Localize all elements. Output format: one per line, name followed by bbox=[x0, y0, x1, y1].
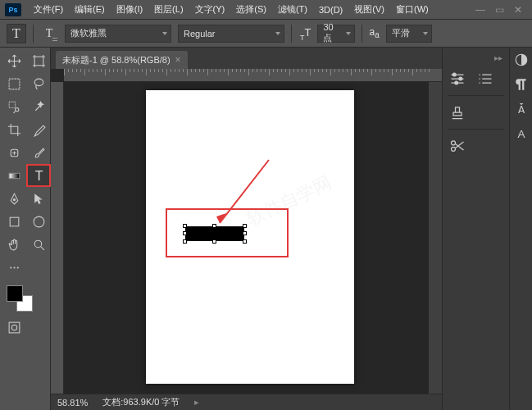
edit-toolbar[interactable] bbox=[2, 257, 25, 278]
svg-text:A: A bbox=[517, 128, 525, 140]
vertical-ruler[interactable] bbox=[51, 82, 64, 394]
healingbrush-tool[interactable] bbox=[2, 142, 25, 163]
quickselect-tool[interactable] bbox=[2, 96, 25, 117]
eyedropper-tool[interactable] bbox=[27, 119, 50, 140]
svg-point-2 bbox=[34, 79, 43, 86]
horizontal-ruler[interactable] bbox=[64, 69, 442, 82]
hand-tool[interactable] bbox=[2, 234, 25, 255]
shape-tool[interactable] bbox=[2, 211, 25, 232]
gradient-tool[interactable] bbox=[2, 165, 25, 186]
resize-handle[interactable] bbox=[183, 224, 187, 228]
resize-handle[interactable] bbox=[212, 224, 216, 228]
svg-point-16 bbox=[11, 325, 16, 330]
artboard-tool[interactable] bbox=[27, 50, 50, 71]
menu-image[interactable]: 图像(I) bbox=[111, 3, 148, 16]
font-size-icon: TT bbox=[300, 26, 311, 41]
marquee-tool[interactable] bbox=[2, 73, 25, 94]
list-icon[interactable] bbox=[477, 71, 493, 87]
menu-view[interactable]: 视图(V) bbox=[348, 3, 390, 16]
svg-point-12 bbox=[10, 266, 11, 268]
options-bar: T T 微软雅黑 Regular TT 30 点 aa 平滑 bbox=[0, 20, 532, 48]
paragraph-icon[interactable] bbox=[514, 77, 529, 92]
magicwand-tool[interactable] bbox=[27, 96, 50, 117]
svg-rect-3 bbox=[9, 102, 15, 107]
tool-preset-icon[interactable]: T bbox=[7, 24, 26, 43]
font-size-select[interactable]: 30 点 bbox=[317, 25, 355, 43]
stamp-icon[interactable] bbox=[449, 104, 466, 121]
resize-handle[interactable] bbox=[243, 224, 247, 228]
status-bar: 58.81% 文档:963.9K/0 字节 ▸ bbox=[51, 394, 442, 410]
editor-area: 未标题-1 @ 58.8%(RGB/8) × 软件自学网 bbox=[51, 48, 442, 410]
quickmask-tool[interactable] bbox=[2, 317, 25, 338]
svg-rect-15 bbox=[9, 322, 20, 333]
doc-size-info[interactable]: 文档:963.9K/0 字节 bbox=[102, 396, 180, 408]
svg-rect-1 bbox=[9, 79, 20, 89]
pen-tool[interactable] bbox=[2, 188, 25, 209]
svg-point-11 bbox=[34, 240, 42, 248]
pathselect-tool[interactable] bbox=[27, 188, 50, 209]
svg-rect-0 bbox=[34, 57, 43, 66]
menu-filter[interactable]: 滤镜(T) bbox=[272, 3, 313, 16]
resize-handle[interactable] bbox=[212, 239, 216, 244]
canvas-viewport[interactable]: 软件自学网 bbox=[64, 82, 429, 394]
zoom-value[interactable]: 58.81% bbox=[57, 398, 88, 408]
lasso-tool[interactable] bbox=[27, 73, 50, 94]
vertical-scrollbar[interactable] bbox=[429, 82, 442, 394]
text-orientation-button[interactable]: T bbox=[40, 25, 58, 43]
collapse-panel-icon[interactable]: ▸▸ bbox=[493, 52, 504, 62]
menu-file[interactable]: 文件(F) bbox=[28, 3, 69, 16]
sliders-icon[interactable] bbox=[449, 71, 466, 87]
menu-3d[interactable]: 3D(D) bbox=[313, 5, 348, 15]
right-panel: ▸▸ Ǡ A bbox=[442, 48, 532, 410]
font-family-select[interactable]: 微软雅黑 bbox=[65, 25, 171, 43]
window-controls: — ▭ ✕ bbox=[475, 4, 532, 16]
document-tab-bar: 未标题-1 @ 58.8%(RGB/8) × bbox=[51, 48, 442, 69]
minimize-button[interactable]: — bbox=[475, 4, 485, 16]
menu-edit[interactable]: 编辑(E) bbox=[69, 3, 111, 16]
text-layer-object[interactable] bbox=[185, 226, 244, 241]
app-logo: Ps bbox=[5, 3, 21, 16]
svg-rect-9 bbox=[10, 217, 19, 226]
svg-point-8 bbox=[13, 198, 15, 200]
svg-point-21 bbox=[455, 81, 458, 84]
contrast-icon[interactable] bbox=[514, 52, 529, 67]
document-tab[interactable]: 未标题-1 @ 58.8%(RGB/8) × bbox=[56, 51, 188, 69]
svg-text:T: T bbox=[34, 169, 43, 183]
svg-text:Ǡ: Ǡ bbox=[518, 103, 525, 116]
menu-type[interactable]: 文字(Y) bbox=[189, 3, 231, 16]
scissors-icon[interactable] bbox=[449, 138, 466, 154]
tab-close-icon[interactable]: × bbox=[175, 54, 181, 66]
svg-point-10 bbox=[34, 216, 44, 227]
menu-window[interactable]: 窗口(W) bbox=[390, 3, 434, 16]
toolbox: T bbox=[0, 48, 51, 410]
font-style-select[interactable]: Regular bbox=[178, 25, 284, 43]
glyphs-icon[interactable]: Ǡ bbox=[514, 102, 529, 116]
svg-point-23 bbox=[452, 147, 456, 151]
foreground-swatch[interactable] bbox=[7, 285, 23, 302]
crop-tool[interactable] bbox=[2, 119, 25, 140]
svg-point-14 bbox=[16, 266, 18, 268]
character-icon[interactable]: A bbox=[514, 126, 529, 141]
move-tool[interactable] bbox=[2, 50, 25, 71]
menu-select[interactable]: 选择(S) bbox=[230, 3, 272, 16]
close-button[interactable]: ✕ bbox=[514, 4, 522, 16]
resize-handle[interactable] bbox=[183, 239, 187, 244]
type-tool[interactable]: T bbox=[27, 165, 50, 186]
svg-rect-6 bbox=[9, 173, 20, 178]
svg-point-22 bbox=[452, 141, 456, 145]
antialias-select[interactable]: 平滑 bbox=[386, 25, 432, 43]
menu-layer[interactable]: 图层(L) bbox=[148, 3, 189, 16]
resize-handle[interactable] bbox=[183, 231, 187, 235]
zoom-tool[interactable] bbox=[27, 234, 50, 255]
resize-handle[interactable] bbox=[243, 239, 247, 244]
color-swatches[interactable] bbox=[7, 285, 33, 312]
document-tab-title: 未标题-1 @ 58.8%(RGB/8) bbox=[62, 54, 171, 66]
svg-point-20 bbox=[459, 77, 462, 80]
brush-tool[interactable] bbox=[27, 142, 50, 163]
ellipse-tool[interactable] bbox=[27, 211, 50, 232]
antialias-icon: aa bbox=[369, 26, 379, 39]
maximize-button[interactable]: ▭ bbox=[495, 4, 504, 16]
resize-handle[interactable] bbox=[243, 231, 247, 235]
svg-point-4 bbox=[15, 107, 18, 111]
svg-point-13 bbox=[13, 266, 15, 268]
